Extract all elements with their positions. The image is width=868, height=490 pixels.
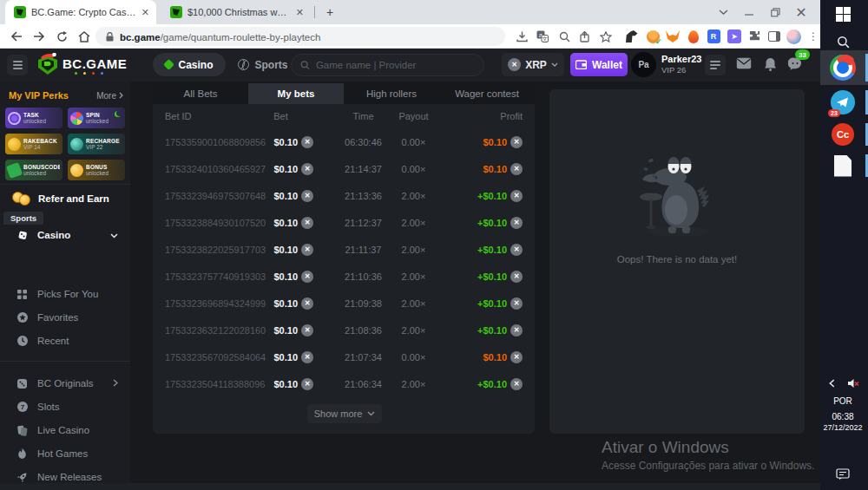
perk-spin[interactable]: SPINunlocked bbox=[68, 108, 125, 128]
game-search[interactable] bbox=[291, 54, 484, 76]
rocket-icon bbox=[16, 471, 29, 484]
sidebar-item-picks-for-you[interactable]: Picks For You bbox=[0, 284, 130, 304]
bcgame-logo bbox=[36, 53, 59, 76]
bet-profit: $0.10 bbox=[483, 352, 507, 363]
basketball-icon bbox=[238, 59, 249, 70]
minimize-button[interactable] bbox=[736, 0, 762, 24]
browser-tab-1[interactable]: BC.Game: Crypto Casino Games ✕ bbox=[5, 0, 156, 24]
close-tab-icon[interactable]: ✕ bbox=[141, 8, 149, 17]
hamburger-menu-icon[interactable] bbox=[7, 55, 28, 75]
extension-flame-icon[interactable] bbox=[686, 29, 701, 44]
taskbar-document-icon[interactable] bbox=[820, 153, 865, 179]
table-row: 1753359001068809856 $0.10 ✕ 06:30:46 0.0… bbox=[153, 128, 535, 155]
vip-more-link[interactable]: More bbox=[96, 90, 123, 101]
home-icon[interactable] bbox=[76, 29, 92, 44]
bet-amount: $0.10 bbox=[273, 325, 298, 336]
share-icon[interactable] bbox=[577, 29, 593, 44]
extension-cursor-icon[interactable]: ➤ bbox=[727, 29, 742, 44]
show-more-button[interactable]: Show more bbox=[307, 404, 382, 423]
extensions-puzzle-icon[interactable] bbox=[747, 29, 763, 44]
clock-time[interactable]: 06:38 bbox=[820, 411, 865, 421]
vip-perks-grid: TASKunlocked SPINunlocked RAKEBACKVIP 14… bbox=[5, 108, 125, 180]
metamask-icon[interactable] bbox=[665, 29, 681, 44]
extension-person-icon[interactable] bbox=[645, 29, 661, 44]
bet-payout: 0.00× bbox=[394, 128, 433, 155]
taskbar-chrome-icon[interactable] bbox=[820, 54, 865, 82]
bet-amount: $0.10 bbox=[273, 218, 298, 228]
sports-nav-button[interactable]: Sports bbox=[231, 53, 295, 76]
reload-icon[interactable] bbox=[54, 29, 69, 44]
perk-rakeback[interactable]: RAKEBACKVIP 14 bbox=[5, 134, 62, 154]
casino-nav-label: Casino bbox=[178, 59, 213, 71]
sidebar-item-bc-originals[interactable]: BC Originals bbox=[0, 374, 130, 393]
start-button[interactable] bbox=[820, 5, 865, 23]
refer-and-earn[interactable]: Refer and Earn bbox=[0, 187, 130, 210]
close-window-button[interactable]: ✕ bbox=[788, 0, 814, 24]
language-indicator[interactable]: POR bbox=[820, 395, 865, 407]
taskbar-adobe-icon[interactable]: Cc bbox=[820, 121, 865, 147]
browser-tab-2[interactable]: $10,000 Christmas week special ✕ bbox=[161, 0, 311, 24]
lock-icon bbox=[106, 32, 114, 42]
perk-recharge[interactable]: RECHARGEVIP 22 bbox=[68, 134, 125, 154]
bell-icon[interactable] bbox=[764, 57, 777, 75]
casino-nav-button[interactable]: Casino bbox=[153, 53, 226, 76]
sidebar-item-hot-games[interactable]: Hot Games bbox=[0, 444, 130, 463]
mail-icon[interactable] bbox=[736, 57, 752, 73]
extension-shield-icon[interactable]: R bbox=[706, 29, 721, 44]
table-row: 1753323946975307648 $0.10 ✕ 21:13:36 2.0… bbox=[153, 182, 535, 209]
activate-windows-title: Ativar o Windows bbox=[602, 438, 729, 457]
search-zoom-icon[interactable] bbox=[556, 29, 572, 44]
tab-wager-contest[interactable]: Wager contest bbox=[439, 83, 535, 104]
quick-menu-button[interactable] bbox=[705, 55, 726, 75]
profile-avatar[interactable] bbox=[786, 29, 801, 44]
translate-icon[interactable]: a文 bbox=[535, 29, 550, 44]
restore-button[interactable] bbox=[762, 0, 788, 24]
clock-icon bbox=[16, 335, 29, 348]
sports-tag[interactable]: Sports bbox=[3, 212, 43, 225]
bet-payout: 2.00× bbox=[394, 317, 433, 343]
tab-separator bbox=[314, 6, 315, 18]
perk-bonus[interactable]: BONUSunlocked bbox=[68, 160, 125, 180]
window-chevron-icon[interactable] bbox=[710, 0, 736, 24]
taskbar-telegram-icon[interactable]: 23 bbox=[820, 88, 865, 116]
search-input[interactable] bbox=[316, 60, 475, 70]
tab-high-rollers[interactable]: High rollers bbox=[344, 83, 439, 104]
sidebar-item-recent[interactable]: Recent bbox=[0, 331, 130, 350]
perk-task[interactable]: TASKunlocked bbox=[5, 108, 62, 128]
sidebar-item-live-casino[interactable]: Live Casino bbox=[0, 421, 130, 440]
sidebar-item-casino[interactable]: Casino bbox=[0, 225, 130, 245]
notification-center-icon[interactable] bbox=[820, 467, 865, 482]
clock-date[interactable]: 27/12/2022 bbox=[820, 422, 865, 433]
table-row: 1753323884930107520 $0.10 ✕ 21:12:37 2.0… bbox=[153, 209, 535, 236]
sidebar-item-slots[interactable]: 7 Slots bbox=[0, 397, 130, 416]
no-data-illustration bbox=[625, 141, 729, 245]
spin-wheel-icon bbox=[70, 112, 83, 125]
hidden-icons-chevron[interactable] bbox=[820, 376, 843, 390]
xrp-coin-icon: ✕ bbox=[301, 378, 313, 390]
browser-menu-icon[interactable]: ⋮ bbox=[806, 29, 821, 44]
username: Parker23 bbox=[661, 54, 702, 64]
close-tab-icon[interactable]: ✕ bbox=[296, 8, 304, 17]
address-bar[interactable]: bc.game/game/quantum-roulette-by-playtec… bbox=[95, 27, 505, 46]
browser-toolbar: bc.game/game/quantum-roulette-by-playtec… bbox=[0, 24, 820, 49]
bet-amount: $0.10 bbox=[273, 137, 298, 147]
volume-muted-icon[interactable] bbox=[841, 376, 865, 390]
bookmark-star-icon[interactable] bbox=[598, 29, 614, 44]
sidebar-item-favorites[interactable]: Favorites bbox=[0, 308, 130, 327]
bet-profit: +$0.10 bbox=[477, 325, 507, 336]
download-icon[interactable] bbox=[514, 29, 529, 44]
currency-selector[interactable]: ✕ XRP bbox=[502, 53, 564, 76]
taskbar-search-icon[interactable] bbox=[820, 33, 865, 50]
new-tab-button[interactable]: + bbox=[323, 5, 337, 19]
perk-bonuscode[interactable]: BONUSCODEunlocked bbox=[5, 160, 62, 180]
extension-horse-icon[interactable] bbox=[623, 29, 639, 44]
url-path: /game/quantum-roulette-by-playtech bbox=[161, 32, 321, 42]
wallet-button[interactable]: Wallet bbox=[570, 53, 628, 76]
tab-all-bets[interactable]: All Bets bbox=[153, 83, 248, 104]
forward-icon[interactable] bbox=[31, 29, 47, 44]
side-panel-icon[interactable] bbox=[766, 29, 782, 44]
back-icon[interactable] bbox=[9, 29, 24, 44]
tab-title: BC.Game: Crypto Casino Games bbox=[31, 7, 136, 17]
tab-my-bets[interactable]: My bets bbox=[248, 83, 344, 104]
user-avatar[interactable]: Pa bbox=[631, 52, 656, 77]
